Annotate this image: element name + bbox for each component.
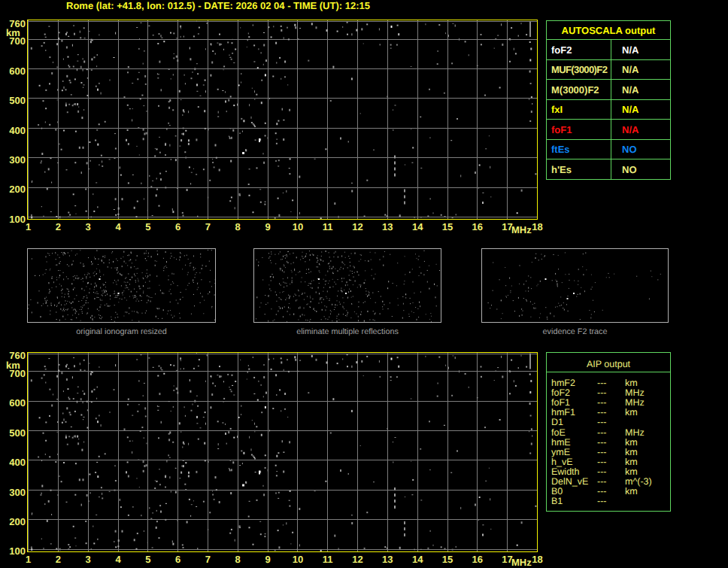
svg-text:MHz: MHz <box>625 387 645 398</box>
svg-text:km: km <box>625 407 638 418</box>
svg-text:M(3000)F2: M(3000)F2 <box>551 84 599 96</box>
svg-text:foF1: foF1 <box>551 397 570 408</box>
svg-text:evidence F2 trace: evidence F2 trace <box>543 327 608 336</box>
svg-text:---: --- <box>597 437 607 448</box>
svg-text:B1: B1 <box>551 496 563 506</box>
svg-text:2: 2 <box>56 221 61 232</box>
svg-text:D1: D1 <box>551 417 563 427</box>
svg-text:NO: NO <box>622 144 637 155</box>
svg-text:8: 8 <box>235 221 241 232</box>
svg-text:11: 11 <box>323 221 333 232</box>
svg-text:400: 400 <box>9 125 26 136</box>
svg-text:1: 1 <box>26 221 31 232</box>
svg-text:B0: B0 <box>551 486 563 497</box>
svg-text:---: --- <box>597 378 607 388</box>
svg-text:MHz: MHz <box>511 224 532 235</box>
svg-text:AUTOSCALA output: AUTOSCALA output <box>562 25 657 36</box>
svg-text:100: 100 <box>9 214 26 225</box>
svg-text:---: --- <box>597 496 607 506</box>
svg-text:---: --- <box>597 427 607 438</box>
svg-text:16: 16 <box>472 221 483 232</box>
svg-text:---: --- <box>597 466 607 477</box>
svg-text:original ionogram resized: original ionogram resized <box>76 327 167 336</box>
svg-text:N/A: N/A <box>622 104 639 115</box>
svg-text:MHz: MHz <box>625 427 645 438</box>
svg-text:9: 9 <box>265 221 270 232</box>
svg-text:3: 3 <box>85 221 90 232</box>
svg-text:ftEs: ftEs <box>551 144 570 155</box>
svg-text:6: 6 <box>175 221 180 232</box>
svg-text:---: --- <box>597 407 607 418</box>
svg-text:---: --- <box>597 447 607 457</box>
svg-text:10: 10 <box>293 221 303 232</box>
svg-text:h_vE: h_vE <box>551 457 573 467</box>
svg-text:Rome (lat: +41.8, lon: 012.5): Rome (lat: +41.8, lon: 012.5) - DATE: 20… <box>66 0 370 11</box>
svg-text:N/A: N/A <box>622 44 639 56</box>
svg-text:600: 600 <box>9 65 26 77</box>
svg-text:---: --- <box>597 476 607 487</box>
svg-text:15: 15 <box>442 221 453 232</box>
svg-text:m^(-3): m^(-3) <box>625 476 652 487</box>
svg-text:foF1: foF1 <box>551 124 572 135</box>
svg-text:13: 13 <box>382 221 393 232</box>
svg-text:foE: foE <box>551 427 566 438</box>
svg-text:foF2: foF2 <box>551 387 570 398</box>
svg-text:300: 300 <box>9 154 26 166</box>
svg-text:ymE: ymE <box>551 447 570 457</box>
svg-text:12: 12 <box>352 221 362 232</box>
svg-text:18: 18 <box>532 221 542 232</box>
svg-text:AIP output: AIP output <box>587 359 631 369</box>
svg-text:200: 200 <box>9 184 26 195</box>
svg-text:DelN_vE: DelN_vE <box>551 476 588 487</box>
svg-text:N/A: N/A <box>622 84 639 96</box>
svg-text:7: 7 <box>205 221 211 232</box>
svg-text:---: --- <box>597 387 607 398</box>
svg-text:---: --- <box>597 417 607 427</box>
svg-text:km: km <box>625 466 638 477</box>
svg-text:MUF(3000)F2: MUF(3000)F2 <box>551 64 608 75</box>
svg-text:MHz: MHz <box>625 397 645 408</box>
svg-text:km: km <box>625 486 638 497</box>
svg-text:N/A: N/A <box>622 64 639 75</box>
svg-text:fxI: fxI <box>551 104 563 115</box>
svg-text:km: km <box>625 447 638 457</box>
svg-text:NO: NO <box>622 164 637 175</box>
svg-text:500: 500 <box>9 95 26 106</box>
svg-text:km: km <box>625 378 638 388</box>
svg-text:hmF2: hmF2 <box>551 378 575 388</box>
svg-text:4: 4 <box>115 221 121 232</box>
svg-text:eliminate multiple reflections: eliminate multiple reflections <box>296 327 399 336</box>
svg-text:km: km <box>625 437 638 448</box>
svg-text:km: km <box>625 457 638 467</box>
svg-text:foF2: foF2 <box>551 44 572 56</box>
svg-text:14: 14 <box>412 221 423 232</box>
svg-text:km: km <box>6 27 20 38</box>
svg-text:N/A: N/A <box>622 124 639 135</box>
svg-text:h'Es: h'Es <box>551 164 572 175</box>
svg-text:5: 5 <box>145 221 150 232</box>
svg-text:---: --- <box>597 397 607 408</box>
svg-text:Ewidth: Ewidth <box>551 466 580 477</box>
svg-text:---: --- <box>597 457 607 467</box>
svg-text:hmE: hmE <box>551 437 571 448</box>
svg-text:---: --- <box>597 486 607 497</box>
svg-text:hmF1: hmF1 <box>551 407 575 418</box>
